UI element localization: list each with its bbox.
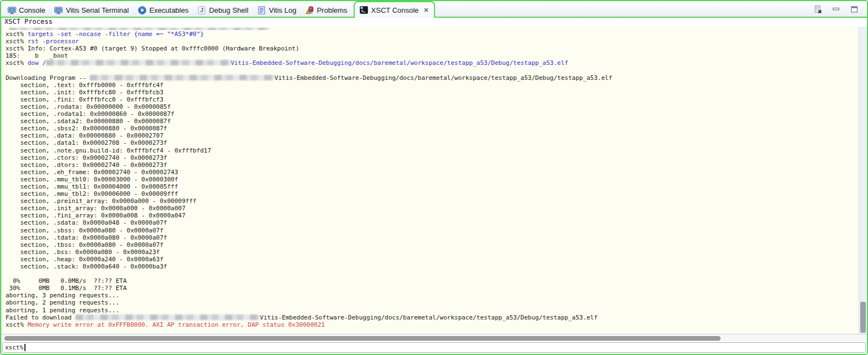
view-toolbar [813, 5, 867, 14]
console-line: 185: b _boot [6, 52, 859, 59]
console-line: section, .tbss: 0x0000a080 - 0x0000a07f [6, 241, 859, 248]
input-prompt: xsct% [5, 344, 23, 351]
tab-label: Vitis Serial Terminal [66, 6, 129, 14]
text-cursor [24, 344, 25, 351]
horizontal-scrollbar[interactable] [2, 334, 867, 342]
console-line: section, .note.gnu.build-id: 0xfffbfcf4 … [6, 147, 859, 154]
console-line: 30% 0MB 0.1MB/s ??:?? ETA [6, 285, 859, 292]
console-line: aborting, 3 pending requests... [6, 292, 859, 299]
svg-text:J: J [200, 7, 203, 13]
console-area[interactable]: xsct% targets -set -nocase -filter {name… [2, 27, 867, 334]
console-line: section, .sdata2: 0x00000880 - 0x0000087… [6, 118, 859, 125]
console-line: section, .rodata1: 0x00000860 - 0x000008… [6, 110, 859, 118]
console-line: section, .fini_array: 0x0000a008 - 0x000… [6, 212, 859, 219]
console-line: xsct% rst -processor [6, 38, 859, 45]
view-tab-bar: Console Vitis Serial Terminal Executable… [1, 1, 867, 18]
problems-icon [305, 6, 314, 15]
console-line: section, .data: 0x00000880 - 0x00002707 [6, 132, 859, 139]
vertical-scrollbar-thumb[interactable] [860, 302, 866, 333]
console-line: xsct% Info: Cortex-A53 #0 (target 9) Sto… [6, 45, 859, 52]
tab-executables[interactable]: Executables [133, 3, 193, 18]
tab-vitis-serial-terminal[interactable]: Vitis Serial Terminal [50, 3, 134, 18]
console-line: section, .ctors: 0x00002740 - 0x0000273f [6, 154, 859, 161]
console-line: section, .tdata: 0x0000a080 - 0x0000a07f [6, 234, 859, 241]
console-line: section, .init: 0xfffbfc80 - 0xfffbfcb3 [6, 89, 859, 96]
executables-icon [137, 6, 146, 15]
serial-terminal-icon [54, 6, 63, 15]
console-line: section, .sbss: 0x0000a080 - 0x0000a07f [6, 227, 859, 234]
console-monitor-icon [7, 6, 16, 15]
remove-console-icon[interactable] [813, 5, 823, 14]
console-line: section, .sdata: 0x0000a048 - 0x0000a07f [6, 219, 859, 226]
console-line [6, 67, 859, 74]
console-line: section, .mmu_tbl1: 0x00004000 - 0x00005… [6, 183, 859, 190]
console-line: section, .preinit_array: 0x0000a000 - 0x… [6, 197, 859, 205]
minimize-icon[interactable] [831, 5, 841, 14]
tab-close-icon[interactable]: ✕ [423, 7, 428, 13]
tab-label: Debug Shell [209, 6, 248, 14]
xsct-terminal-icon [360, 6, 369, 14]
console-line: section, .rodata: 0x00000000 - 0x0000085… [6, 103, 859, 110]
console-output: xsct% targets -set -nocase -filter {name… [2, 27, 859, 334]
tab-debug-shell[interactable]: J Debug Shell [193, 3, 253, 18]
tab-xsct-console[interactable]: XSCT Console ✕ [354, 1, 435, 18]
console-view-content: XSCT Process xsct% targets -set -nocase … [1, 18, 867, 354]
tab-console[interactable]: Console [3, 3, 50, 18]
vertical-scrollbar[interactable] [859, 27, 867, 334]
debug-shell-icon: J [197, 6, 206, 15]
console-line: 0% 0MB 0.0MB/s ??:?? ETA [6, 277, 859, 285]
console-line [6, 270, 859, 277]
tab-label: XSCT Console [371, 6, 419, 14]
console-line: section, .mmu_tbl0: 0x00003000 - 0x00003… [6, 176, 859, 183]
redacted-path [46, 60, 231, 65]
console-line: section, .text: 0xfffb0000 - 0xfffbfc4f [6, 82, 859, 89]
console-line: section, .init_array: 0x0000a000 - 0x000… [6, 205, 859, 212]
console-line: section, .dtors: 0x00002740 - 0x0000273f [6, 161, 859, 169]
tab-label: Vitis Log [269, 6, 297, 14]
console-line: section, .fini: 0xfffbfcc0 - 0xfffbfcf3 [6, 96, 859, 103]
console-line: section, .bss: 0x0000a080 - 0x0000a23f [6, 248, 859, 256]
partial-scrolled-line [9, 27, 859, 30]
console-line: xsct% targets -set -nocase -filter {name… [6, 31, 859, 38]
tab-vitis-log[interactable]: Vitis Log [253, 3, 301, 18]
redacted-path [90, 75, 274, 80]
command-input[interactable]: xsct% [2, 342, 866, 353]
tab-problems[interactable]: Problems [301, 3, 352, 18]
tab-label: Executables [149, 6, 188, 14]
tab-label: Console [19, 6, 45, 14]
console-line: section, .stack: 0x0000a640 - 0x0000ba3f [6, 263, 859, 270]
console-line: xsct% dow /Vitis-Embedded-Software-Debug… [6, 59, 859, 67]
console-line: Failed to download Vitis-Embedded-Softwa… [6, 314, 859, 321]
vitis-log-icon [257, 6, 266, 15]
console-line: aborting, 1 pending requests... [6, 307, 859, 314]
console-line: section, .mmu_tbl2: 0x00006000 - 0x00009… [6, 190, 859, 197]
console-line: section, .data1: 0x00002708 - 0x0000273f [6, 139, 859, 146]
horizontal-scrollbar-thumb[interactable] [4, 336, 721, 341]
maximize-icon[interactable] [849, 5, 859, 14]
partial-line-redaction [9, 28, 269, 30]
console-line: xsct% Memory write error at 0xFFFB0000. … [6, 321, 859, 328]
redacted-path [75, 315, 260, 320]
console-line: Downloading Program -- Vitis-Embedded-So… [6, 74, 859, 82]
xsct-console-view: Console Vitis Serial Terminal Executable… [0, 0, 868, 355]
process-label: XSCT Process [2, 18, 867, 27]
console-line: section, .heap: 0x0000a240 - 0x0000a63f [6, 256, 859, 263]
console-line: aborting, 2 pending requests... [6, 299, 859, 306]
command-input-row: xsct% [2, 342, 867, 354]
console-line: section, .eh_frame: 0x00002740 - 0x00002… [6, 169, 859, 176]
console-line: section, .sbss2: 0x00000880 - 0x0000087f [6, 125, 859, 132]
tab-label: Problems [317, 6, 348, 14]
